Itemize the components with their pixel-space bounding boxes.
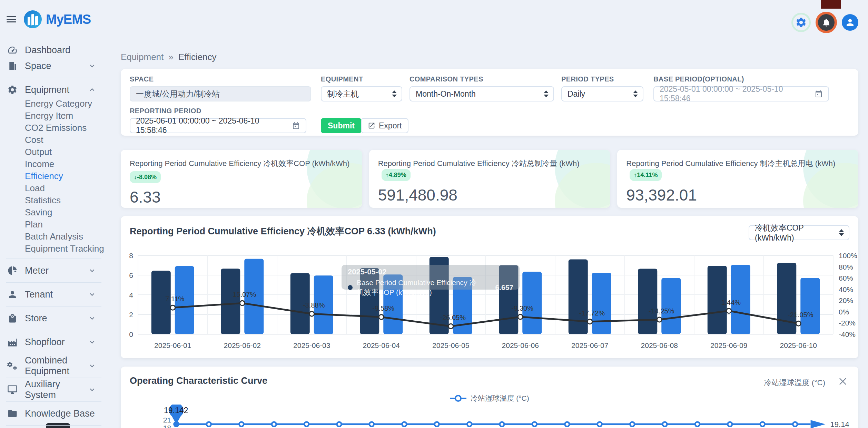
close-icon[interactable] <box>838 377 847 386</box>
kpi-value: 6.33 <box>130 188 353 206</box>
comparison-types-label: COMPARISON TYPES <box>410 75 554 83</box>
chevron-down-icon <box>88 62 96 70</box>
sidebar-divider <box>6 425 101 426</box>
equipment-label: EQUIPMENT <box>321 75 402 83</box>
chevron-down-icon <box>88 386 96 393</box>
equipment-select[interactable]: 制冷主机 <box>321 86 402 101</box>
svg-text:7.11%: 7.11% <box>165 295 184 303</box>
chevron-down-icon <box>88 362 96 370</box>
sidebar-subitem-batch-analysis[interactable]: Batch Analysis <box>0 231 108 243</box>
sidebar-item-space[interactable]: Space <box>0 58 108 74</box>
sidebar-subitem-output[interactable]: Output <box>0 146 108 158</box>
kpi-value: 591,480.98 <box>378 186 601 204</box>
submit-button[interactable]: Submit <box>321 118 362 133</box>
svg-text:-17.72%: -17.72% <box>579 309 605 317</box>
svg-text:2025-06-03: 2025-06-03 <box>293 341 330 349</box>
chevron-down-icon <box>88 267 96 274</box>
svg-text:19.142: 19.142 <box>164 406 188 415</box>
svg-text:19.14: 19.14 <box>830 420 849 428</box>
sidebar: MyEMS DashboardSpaceEquipmentEnergy Cate… <box>0 0 108 428</box>
svg-text:1.44%: 1.44% <box>721 299 741 306</box>
reporting-period-input[interactable]: 2025-06-01 00:00:00 ~ 2025-06-10 15:58:4… <box>130 118 306 133</box>
svg-text:-9.58%: -9.58% <box>373 304 395 312</box>
app-logo[interactable]: MyEMS <box>24 10 91 28</box>
sidebar-subitem-cost[interactable]: Cost <box>0 134 108 146</box>
kpi-card-2: Reporting Period Cumulative Efficiency 冷… <box>369 150 610 208</box>
sidebar-item-label: Auxiliary System <box>25 379 81 400</box>
sidebar-item-tenant[interactable]: Tenant <box>0 286 108 302</box>
svg-text:20%: 20% <box>839 296 853 304</box>
sidebar-subitem-energy-category[interactable]: Energy Category <box>0 98 108 110</box>
sidebar-item-label: Equipment <box>25 85 81 95</box>
sidebar-subitem-plan[interactable]: Plan <box>0 218 108 231</box>
svg-text:2025-06-10: 2025-06-10 <box>780 341 817 349</box>
svg-text:2025-06-07: 2025-06-07 <box>571 341 608 349</box>
chart-tooltip: 2025-05-02 Base Period Cumulative Effici… <box>342 265 520 290</box>
sidebar-item-label: Space <box>25 61 81 71</box>
sidebar-divider <box>6 401 101 402</box>
kpi-change-badge: ↑14.11% <box>630 169 662 181</box>
operating-curve-card: Operating Characteristic Curve 冷站湿球温度 (°… <box>121 367 858 428</box>
svg-text:2025-06-06: 2025-06-06 <box>502 341 539 349</box>
sidebar-item-meter[interactable]: Meter <box>0 263 108 279</box>
svg-text:6: 6 <box>129 271 133 279</box>
curve-chart-svg: 211819.14219.14 <box>121 405 858 428</box>
sidebar-item-dashboard[interactable]: Dashboard <box>0 42 108 58</box>
sidebar-item-label: Combined Equipment <box>25 355 81 377</box>
svg-text:-40%: -40% <box>839 330 856 338</box>
sidebar-divider <box>6 378 101 378</box>
operating-curve-title: Operating Characteristic Curve <box>130 376 267 386</box>
svg-text:21: 21 <box>163 416 171 424</box>
chevron-down-icon <box>88 338 96 346</box>
sidebar-subitem-income[interactable]: Income <box>0 158 108 170</box>
logo-buildings-icon <box>24 10 42 28</box>
svg-text:100%: 100% <box>839 252 857 260</box>
svg-text:80%: 80% <box>839 263 853 271</box>
svg-text:-9.30%: -9.30% <box>512 304 534 312</box>
svg-text:2025-06-08: 2025-06-08 <box>641 341 678 349</box>
kpi-title: Reporting Period Cumulative Efficiency 冷… <box>378 159 580 168</box>
bag-icon <box>7 313 18 324</box>
calendar-icon <box>292 121 300 130</box>
breadcrumb-section[interactable]: Equipment <box>121 52 164 62</box>
sidebar-item-auxiliary-system[interactable]: Auxiliary System <box>0 382 108 398</box>
chevron-down-icon <box>88 291 96 298</box>
base-period-label: BASE PERIOD(OPTIONAL) <box>653 75 829 83</box>
svg-text:0: 0 <box>129 330 133 338</box>
sidebar-item-equipment[interactable]: Equipment <box>0 82 108 98</box>
sidebar-subitem-equipment-tracking[interactable]: Equipment Tracking <box>0 243 108 255</box>
export-button[interactable]: Export <box>361 118 408 133</box>
sidebar-subitem-statistics[interactable]: Statistics <box>0 194 108 206</box>
sidebar-subitem-co2-emissions[interactable]: CO2 Emissions <box>0 122 108 134</box>
kpi-card-1: Reporting Period Cumulative Efficiency 冷… <box>121 150 362 208</box>
svg-text:-14.25%: -14.25% <box>649 307 674 315</box>
sidebar-subitem-efficiency[interactable]: Efficiency <box>0 170 108 182</box>
sidebar-item-shopfloor[interactable]: Shopfloor <box>0 334 108 350</box>
kpi-title: Reporting Period Cumulative Efficiency 制… <box>626 159 835 168</box>
space-input[interactable]: 一度城/公用动力/制冷站 <box>130 86 311 101</box>
svg-text:-21.05%: -21.05% <box>788 311 813 319</box>
svg-text:2025-06-04: 2025-06-04 <box>363 341 400 349</box>
kpi-value: 93,392.01 <box>626 186 849 204</box>
sidebar-item-label: Knowledge Base <box>25 408 96 419</box>
monitor-icon <box>7 384 18 395</box>
curve-legend[interactable]: 冷站湿球温度 (°C) <box>121 393 858 403</box>
base-period-input[interactable]: 2025-05-01 00:00:00 ~ 2025-05-10 15:58:4… <box>653 86 829 101</box>
sidebar-divider <box>6 354 101 354</box>
comparison-types-select[interactable]: Month-On-Month <box>410 86 554 101</box>
gears-icon <box>7 360 18 371</box>
svg-text:40%: 40% <box>839 285 853 293</box>
sidebar-nav: DashboardSpaceEquipmentEnergy CategoryEn… <box>0 42 108 426</box>
hamburger-menu-icon[interactable] <box>7 16 16 22</box>
sidebar-subitem-energy-item[interactable]: Energy Item <box>0 110 108 122</box>
sidebar-item-store[interactable]: Store <box>0 310 108 326</box>
sidebar-item-combined-equipment[interactable]: Combined Equipment <box>0 358 108 374</box>
sidebar-subitem-load[interactable]: Load <box>0 182 108 194</box>
chevron-up-icon <box>88 86 96 94</box>
sidebar-subitem-saving[interactable]: Saving <box>0 206 108 218</box>
period-types-select[interactable]: Daily <box>561 86 643 101</box>
building-icon <box>7 60 18 71</box>
sidebar-item-knowledge-base[interactable]: Knowledge Base <box>0 406 108 421</box>
kpi-cards-row: Reporting Period Cumulative Efficiency 冷… <box>121 150 858 208</box>
sidebar-item-label: Tenant <box>25 289 81 300</box>
